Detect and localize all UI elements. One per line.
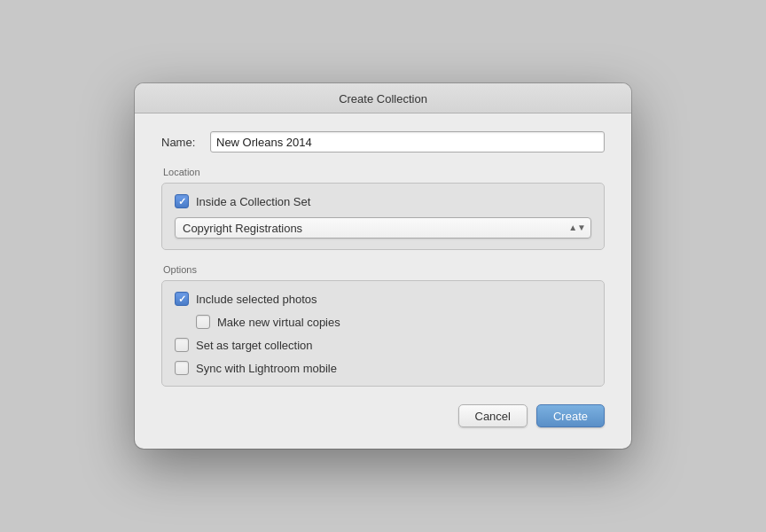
sync-lightroom-checkbox[interactable] [175,361,189,375]
collection-set-select[interactable]: Copyright Registrations None [175,217,591,239]
name-input[interactable] [210,131,605,153]
create-button[interactable]: Create [536,404,605,427]
options-section-box: ✓ Include selected photos Make new virtu… [161,280,605,387]
title-bar: Create Collection [135,83,631,113]
location-section-label: Location [161,167,605,177]
collection-set-select-wrapper: Copyright Registrations None ▲▼ [175,217,591,239]
include-photos-label: Include selected photos [196,293,317,306]
sync-lightroom-row: Sync with Lightroom mobile [175,361,591,375]
virtual-copies-checkbox[interactable] [196,315,210,329]
include-photos-checkbox[interactable]: ✓ [175,292,189,306]
bottom-buttons-row: Cancel Create [161,404,605,427]
dialog-content: Name: Location ✓ Inside a Collection Set… [135,113,631,449]
name-row: Name: [161,131,605,153]
checkmark-icon: ✓ [178,197,186,207]
collection-set-dropdown-row: Copyright Registrations None ▲▼ [175,217,591,239]
virtual-copies-row: Make new virtual copies [175,315,591,329]
target-collection-row: Set as target collection [175,338,591,352]
options-section: Options ✓ Include selected photos Ma [161,264,605,387]
target-collection-wrapper[interactable]: Set as target collection [175,338,313,352]
inside-collection-set-checkbox[interactable]: ✓ [175,194,189,208]
sync-lightroom-wrapper[interactable]: Sync with Lightroom mobile [175,361,337,375]
location-section-box: ✓ Inside a Collection Set Copyright Regi… [161,183,605,250]
include-photos-checkmark-icon: ✓ [178,294,186,304]
options-section-label: Options [161,264,605,275]
name-label: Name: [161,136,201,149]
create-collection-dialog: Create Collection Name: Location ✓ Insid… [135,83,631,449]
target-collection-label: Set as target collection [196,339,313,352]
cancel-button[interactable]: Cancel [458,404,528,427]
include-photos-wrapper[interactable]: ✓ Include selected photos [175,292,317,306]
dialog-title: Create Collection [339,92,427,106]
virtual-copies-label: Make new virtual copies [217,316,340,329]
inside-collection-set-row: ✓ Inside a Collection Set [175,194,591,208]
sync-lightroom-label: Sync with Lightroom mobile [196,362,337,375]
virtual-copies-wrapper[interactable]: Make new virtual copies [196,315,340,329]
inside-collection-set-label: Inside a Collection Set [196,195,310,208]
target-collection-checkbox[interactable] [175,338,189,352]
include-photos-row: ✓ Include selected photos [175,292,591,306]
inside-collection-set-checkbox-wrapper[interactable]: ✓ Inside a Collection Set [175,194,310,208]
